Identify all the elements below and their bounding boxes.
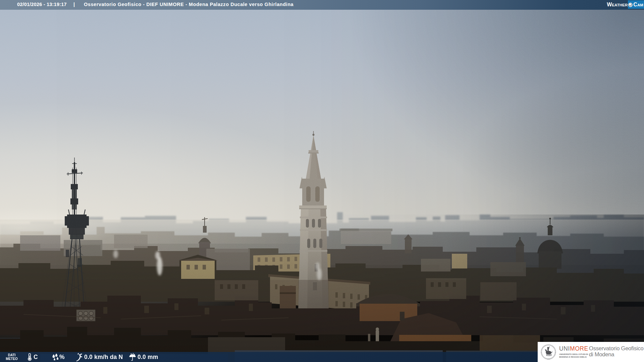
svg-text:1175: 1175 — [547, 358, 550, 360]
